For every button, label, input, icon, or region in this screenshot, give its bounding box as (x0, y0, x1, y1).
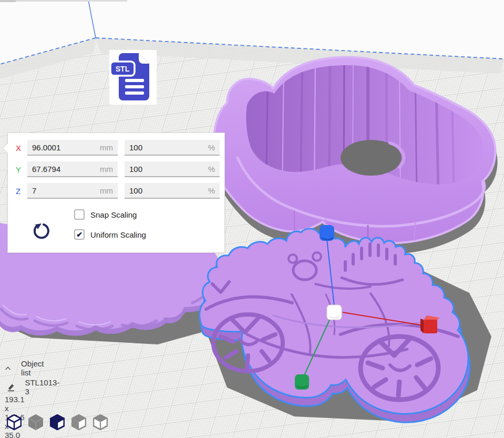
object-list-title: Object list (21, 359, 46, 377)
uniform-scaling-box[interactable]: ✔ (74, 229, 85, 240)
x-axis-label: X (16, 144, 27, 152)
window-top-edge-corner (0, 0, 16, 2)
panel-pointer-notch (3, 144, 8, 153)
cube-solid-gray-icon[interactable] (28, 414, 43, 430)
object-name: STL1013-3 (25, 378, 60, 396)
x-size-input[interactable]: 96.0001 mm (27, 140, 118, 156)
snap-scaling-box[interactable] (74, 209, 85, 220)
y-axis-label: Y (16, 165, 27, 174)
y-size-input[interactable]: 67.6794 mm (27, 161, 118, 177)
uniform-scaling-label: Uniform Scaling (90, 230, 146, 239)
object-list-header[interactable]: Object list (5, 359, 46, 377)
stl-document-icon: STL (109, 50, 157, 105)
y-size-unit: mm (100, 165, 113, 174)
cube-navy-open-face-icon[interactable] (50, 414, 65, 430)
scale-tool-panel: X 96.0001 mm 100 % Y 67.6794 mm 100 % Z (7, 133, 225, 253)
uniform-scaling-checkbox[interactable]: ✔ Uniform Scaling (74, 229, 146, 240)
z-size-input[interactable]: 7 mm (27, 183, 118, 199)
x-percent-input[interactable]: 100 % (125, 140, 220, 156)
cube-gray-top-icon[interactable] (71, 414, 86, 430)
y-percent-unit: % (208, 165, 215, 174)
scale-row-x: X 96.0001 mm 100 % (8, 140, 220, 156)
reset-scale-button[interactable] (30, 216, 52, 239)
scale-row-z: Z 7 mm 100 % (8, 183, 220, 199)
reset-rotate-icon (30, 216, 52, 239)
stl-badge-label: STL (116, 65, 130, 73)
application-window: STL X 96.0001 mm 100 % Y 67.6794 mm (0, 0, 504, 438)
cube-wireframe-icon[interactable] (7, 414, 22, 430)
window-top-edge (0, 0, 127, 2)
cube-gray-open-icon[interactable] (93, 414, 108, 430)
snap-scaling-label: Snap Scaling (90, 210, 137, 219)
y-percent-input[interactable]: 100 % (125, 161, 220, 177)
rename-pencil-icon (7, 382, 15, 392)
stl-file-thumbnail[interactable]: STL (109, 50, 157, 105)
object-list-item[interactable]: STL1013-3 (7, 378, 60, 396)
z-axis-label: Z (16, 187, 27, 196)
snap-scaling-checkbox[interactable]: Snap Scaling (74, 209, 137, 220)
x-percent-unit: % (208, 143, 215, 152)
collapse-chevron-icon (5, 366, 11, 371)
z-size-unit: mm (100, 186, 113, 195)
mesh-type-toolbar (7, 414, 108, 430)
z-percent-unit: % (208, 186, 215, 195)
z-percent-input[interactable]: 100 % (125, 183, 220, 199)
scale-row-y: Y 67.6794 mm 100 % (8, 161, 220, 177)
x-size-unit: mm (100, 143, 113, 152)
